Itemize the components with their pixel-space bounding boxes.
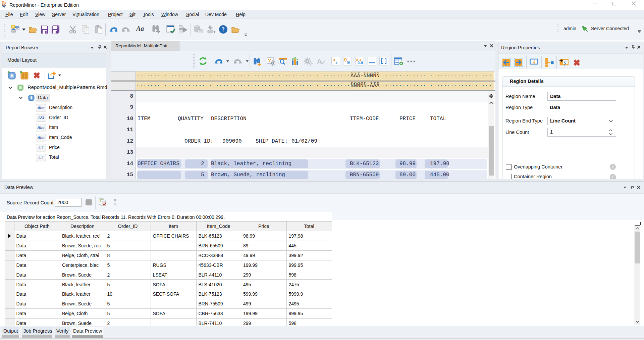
svg-text:a: a [333, 57, 335, 62]
svg-text:A: A [317, 58, 322, 65]
svg-text:z: z [335, 60, 338, 65]
svg-text:9: 9 [347, 60, 350, 65]
svg-text:?: ? [222, 26, 225, 33]
svg-text:0: 0 [344, 57, 347, 62]
svg-text:0-9: 0-9 [358, 61, 363, 65]
